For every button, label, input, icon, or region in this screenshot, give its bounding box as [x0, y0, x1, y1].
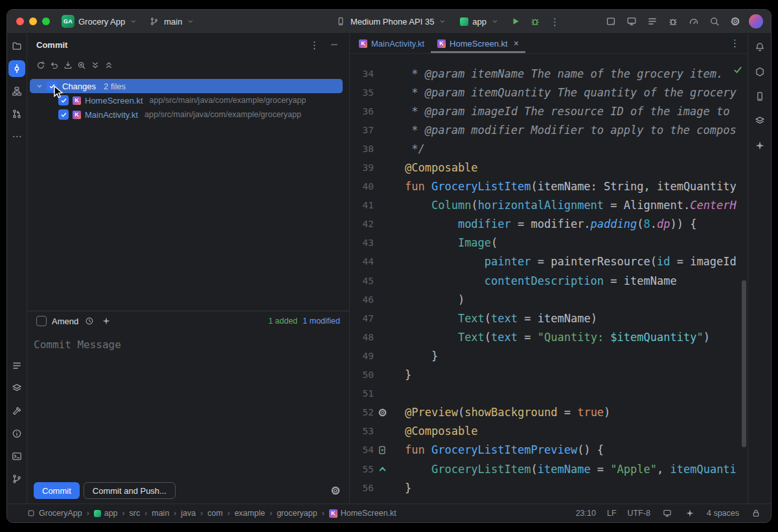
tab-mainactivity[interactable]: K MainActivity.kt	[352, 34, 431, 53]
line-separator[interactable]: LF	[607, 509, 617, 518]
expand-chevron-icon[interactable]	[35, 82, 44, 91]
commit-panel-options-icon[interactable]: ⋮	[307, 40, 322, 50]
logcat-icon[interactable]	[645, 14, 659, 28]
user-avatar[interactable]	[749, 14, 763, 28]
device-manager-icon[interactable]	[751, 113, 768, 129]
code-line[interactable]: 44 painter = painterResource(id = imageI…	[350, 252, 748, 271]
editor-scrollbar[interactable]	[742, 280, 746, 447]
structure-icon[interactable]	[8, 83, 25, 100]
settings-icon[interactable]	[728, 14, 742, 28]
code-line[interactable]: 45 contentDescription = itemName	[350, 271, 748, 290]
code-line[interactable]: 40fun GroceryListItem(itemName: String, …	[350, 177, 748, 196]
profiler-icon[interactable]	[687, 14, 701, 28]
preview-settings-icon[interactable]	[376, 406, 388, 418]
run-button[interactable]	[509, 14, 523, 28]
run-configuration-selector[interactable]: app	[456, 15, 503, 28]
expand-all-icon[interactable]	[89, 60, 101, 71]
run-preview-icon[interactable]	[376, 444, 388, 456]
branch-selector[interactable]: main	[144, 14, 199, 29]
code-line[interactable]: 49 }	[350, 346, 748, 365]
device-manager-icon[interactable]	[604, 14, 618, 28]
problems-icon[interactable]	[8, 425, 25, 442]
commit-message-input[interactable]: Commit Message	[27, 331, 349, 478]
close-window-button[interactable]	[16, 17, 24, 25]
code-line[interactable]: 38 */	[350, 139, 748, 158]
breadcrumb-item[interactable]: src	[130, 509, 141, 518]
search-icon[interactable]	[707, 14, 722, 28]
zoom-window-button[interactable]	[42, 17, 50, 25]
code-line[interactable]: 53@Composable	[350, 422, 748, 441]
refresh-icon[interactable]	[35, 60, 47, 71]
diff-icon[interactable]	[76, 60, 87, 71]
build-icon[interactable]	[8, 403, 25, 419]
chevron-up-teal-icon[interactable]	[376, 463, 388, 475]
changes-group-row[interactable]: Changes 2 files	[30, 79, 343, 93]
code-editor[interactable]: 34 * @param itemName The name of the gro…	[350, 54, 748, 504]
code-line[interactable]: 41 Column(horizontalAlignment = Alignmen…	[350, 196, 748, 215]
breadcrumb-item[interactable]: app	[94, 509, 118, 518]
app-insights-icon[interactable]	[666, 14, 680, 28]
indent-info[interactable]: 4 spaces	[707, 509, 739, 518]
shelve-icon[interactable]	[62, 60, 74, 71]
gradle-icon[interactable]	[751, 63, 768, 80]
code-line[interactable]: 52@Preview(showBackground = true)	[350, 403, 748, 422]
code-line[interactable]: 50}	[350, 366, 748, 384]
code-line[interactable]: 35 * @param itemQuantity The quantity of…	[350, 83, 748, 102]
breadcrumb-item[interactable]: groceryapp	[277, 509, 317, 518]
breadcrumb-item[interactable]: GroceryApp	[27, 509, 82, 518]
commit-button[interactable]: Commit	[34, 482, 80, 499]
amend-checkbox[interactable]	[36, 316, 47, 326]
code-line[interactable]: 56}	[350, 478, 748, 497]
project-selector[interactable]: GA Grocery App	[58, 13, 142, 30]
commit-icon[interactable]	[8, 60, 25, 77]
code-line[interactable]: 48 Text(text = "Quantity: $itemQuantity"…	[350, 327, 748, 346]
code-line[interactable]: 42 modifier = modifier.padding(8.dp)) {	[350, 215, 748, 234]
ai-commit-message-icon[interactable]	[100, 315, 112, 327]
device-selector[interactable]: Medium Phone API 35	[331, 14, 451, 29]
commit-history-icon[interactable]	[84, 315, 95, 327]
pull-requests-icon[interactable]	[8, 105, 25, 122]
inspections-ok-icon[interactable]	[731, 63, 745, 77]
reader-mode-icon[interactable]	[661, 507, 673, 519]
breadcrumb-item[interactable]: example	[235, 509, 265, 518]
project-folder-icon[interactable]	[8, 38, 25, 54]
file-checkbox[interactable]	[58, 109, 69, 120]
lock-icon[interactable]	[750, 507, 762, 519]
code-line[interactable]: 46 )	[350, 290, 748, 309]
minimize-window-button[interactable]	[29, 17, 37, 25]
code-line[interactable]: 47 Text(text = itemName)	[350, 309, 748, 327]
breadcrumb-item[interactable]: KHomeScreen.kt	[329, 509, 396, 518]
commit-options-gear-icon[interactable]	[328, 483, 343, 498]
logcat-icon[interactable]	[8, 357, 25, 374]
collapse-all-icon[interactable]	[103, 60, 115, 71]
more-tool-windows-icon[interactable]: ⋯	[8, 128, 25, 145]
running-devices-icon[interactable]	[751, 88, 768, 105]
changed-file-row[interactable]: KMainActivity.ktapp/src/main/java/com/ex…	[27, 107, 349, 122]
running-devices-icon[interactable]	[624, 14, 639, 28]
app-inspection-icon[interactable]	[8, 380, 25, 397]
terminal-icon[interactable]	[8, 448, 25, 465]
tab-options-icon[interactable]: ⋮	[730, 38, 740, 49]
hide-tool-window-icon[interactable]	[328, 39, 340, 50]
version-control-icon[interactable]	[8, 471, 25, 487]
changed-file-row[interactable]: KHomeScreen.ktapp/src/main/java/com/exam…	[27, 93, 349, 107]
code-line[interactable]: 36 * @param imageId The resource ID of t…	[350, 102, 748, 120]
cursor-position[interactable]: 23:10	[576, 509, 596, 518]
added-count[interactable]: 1 added	[268, 316, 297, 326]
notifications-icon[interactable]	[751, 39, 768, 56]
code-line[interactable]: 39@Composable	[350, 158, 748, 177]
changes-checkbox[interactable]	[47, 81, 57, 91]
breadcrumb-item[interactable]: main	[152, 509, 169, 518]
tab-homescreen[interactable]: K HomeScreen.kt ×	[431, 34, 525, 53]
debug-button[interactable]	[528, 14, 542, 28]
gemini-icon[interactable]	[751, 137, 768, 154]
code-line[interactable]: 34 * @param itemName The name of the gro…	[350, 64, 748, 83]
ai-assistant-icon[interactable]	[684, 507, 696, 519]
file-encoding[interactable]: UTF-8	[628, 509, 650, 518]
code-line[interactable]: 51	[350, 384, 748, 403]
code-line[interactable]: 37 * @param modifier Modifier to apply t…	[350, 120, 748, 139]
code-line[interactable]: 43 Image(	[350, 234, 748, 252]
modified-count[interactable]: 1 modified	[303, 316, 340, 326]
file-checkbox[interactable]	[58, 95, 69, 105]
commit-and-push-button[interactable]: Commit and Push...	[84, 482, 176, 499]
